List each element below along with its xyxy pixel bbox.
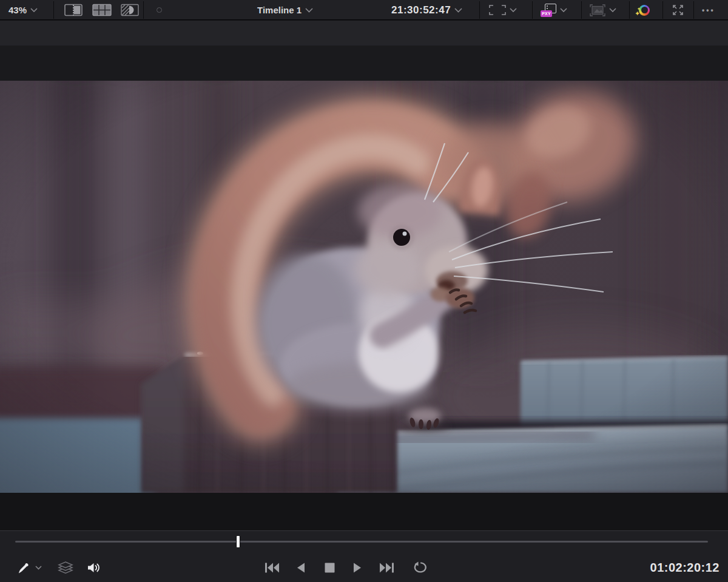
- skip-to-start-icon: [265, 563, 280, 573]
- timecode-value: 21:30:52:47: [391, 4, 451, 16]
- speaker-icon: [87, 562, 101, 574]
- wipe-compare-button[interactable]: [121, 0, 139, 20]
- timeline-selector[interactable]: Timeline 1: [257, 0, 313, 20]
- sparkle-icon: ✦: [637, 7, 641, 11]
- proxy-icon: PXY: [541, 4, 556, 17]
- audio-mute-button[interactable]: [87, 557, 101, 578]
- toolbar-divider: [53, 1, 54, 19]
- play-icon: [353, 563, 362, 573]
- toolbar-divider: [581, 1, 582, 19]
- go-to-start-button[interactable]: [265, 557, 280, 578]
- loop-button[interactable]: [413, 557, 428, 578]
- chevron-down-icon: [454, 8, 462, 13]
- chevron-down-icon: [609, 8, 616, 12]
- transport-panel: 01:02:20:12: [0, 530, 728, 582]
- playhead[interactable]: [236, 535, 240, 548]
- proxy-mode-button[interactable]: PXY: [541, 0, 567, 20]
- magic-enhance-icon: ✦ ✦: [639, 5, 650, 16]
- color-picker-tool[interactable]: [17, 557, 42, 578]
- video-content-squirrel: [0, 81, 728, 493]
- transform-overlay-button[interactable]: [590, 0, 616, 20]
- chevron-down-icon: [510, 8, 517, 12]
- toolbar-divider: [662, 1, 663, 19]
- viewer-toolbar: 43%: [0, 0, 728, 20]
- safe-area-button[interactable]: [489, 0, 517, 20]
- viewer-timecode-value: 01:02:20:12: [650, 561, 720, 575]
- enhance-button[interactable]: ✦ ✦: [639, 0, 650, 20]
- play-reverse-button[interactable]: [297, 557, 305, 578]
- layers-overlay-button[interactable]: [58, 557, 73, 578]
- ellipsis-icon: •••: [702, 6, 715, 15]
- viewer-options-menu[interactable]: •••: [702, 0, 715, 20]
- resolve-viewer-panel: 43%: [0, 0, 728, 582]
- timeline-name: Timeline 1: [257, 5, 302, 15]
- toolbar-divider: [143, 1, 144, 19]
- toolbar-divider: [693, 1, 694, 19]
- skip-to-end-icon: [379, 563, 394, 573]
- split-screen-button[interactable]: [64, 0, 83, 20]
- viewer-upper-strip: [0, 21, 728, 46]
- safe-area-icon: [489, 4, 506, 16]
- viewer-letterbox-top: [0, 46, 728, 81]
- timecode-field[interactable]: 21:30:52:47: [391, 0, 462, 20]
- play-reverse-icon: [297, 563, 305, 573]
- stop-button[interactable]: [325, 557, 335, 578]
- status-dot-icon: [157, 7, 162, 13]
- zoom-level-select[interactable]: 43%: [8, 0, 38, 20]
- toolbar-divider: [629, 1, 630, 19]
- toolbar-divider: [532, 1, 533, 19]
- wipe-icon: [121, 4, 139, 16]
- viewer-timecode[interactable]: 01:02:20:12: [650, 557, 720, 578]
- stop-icon: [325, 563, 335, 573]
- layers-icon: [58, 561, 73, 574]
- zoom-level-value: 43%: [8, 5, 27, 15]
- proxy-badge: PXY: [541, 10, 552, 17]
- video-frame[interactable]: [0, 81, 728, 493]
- loop-icon: [413, 561, 428, 574]
- go-to-end-button[interactable]: [379, 557, 394, 578]
- viewer-letterbox-bottom: [0, 493, 728, 530]
- chevron-down-icon: [560, 8, 567, 12]
- split-screen-icon: [64, 4, 83, 16]
- grid-view-button[interactable]: [92, 0, 112, 20]
- timeline-scrubber[interactable]: [15, 541, 708, 543]
- grid-view-icon: [92, 4, 112, 16]
- chevron-down-icon: [35, 566, 42, 570]
- expand-viewer-button[interactable]: [672, 0, 684, 20]
- chevron-down-icon: [30, 8, 38, 12]
- play-button[interactable]: [353, 557, 362, 578]
- chevron-down-icon: [305, 8, 313, 13]
- expand-icon: [672, 4, 684, 16]
- image-transform-icon: [590, 4, 605, 16]
- toolbar-divider: [479, 1, 480, 19]
- sparkle-icon: ✦: [635, 10, 640, 17]
- eyedropper-icon: [17, 560, 32, 575]
- status-indicator: [157, 0, 162, 20]
